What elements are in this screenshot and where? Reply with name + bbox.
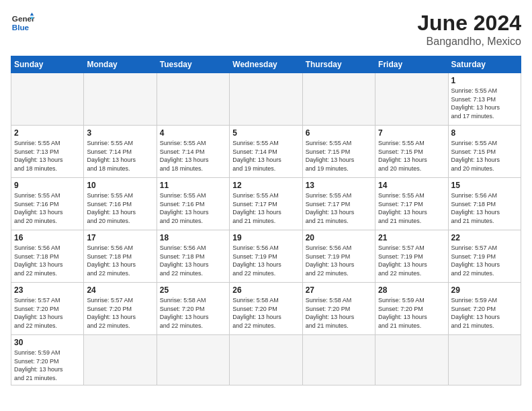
calendar-cell: 2Sunrise: 5:55 AM Sunset: 7:13 PM Daylig… [11,126,84,178]
calendar-cell: 11Sunrise: 5:55 AM Sunset: 7:16 PM Dayli… [157,178,229,230]
calendar-cell [157,73,229,126]
calendar-cell: 29Sunrise: 5:59 AM Sunset: 7:20 PM Dayli… [448,283,521,335]
col-thursday: Thursday [302,56,375,73]
day-info: Sunrise: 5:55 AM Sunset: 7:15 PM Dayligh… [451,139,518,173]
calendar-subtitle: Bangandho, Mexico [417,36,521,48]
calendar-cell: 27Sunrise: 5:58 AM Sunset: 7:20 PM Dayli… [302,283,375,335]
day-number: 9 [14,181,81,190]
day-number: 5 [232,128,299,138]
calendar-cell [302,73,375,126]
day-number: 2 [14,128,81,138]
day-info: Sunrise: 5:58 AM Sunset: 7:20 PM Dayligh… [232,296,299,330]
day-number: 26 [232,285,299,295]
calendar-cell: 22Sunrise: 5:57 AM Sunset: 7:19 PM Dayli… [448,230,521,283]
calendar-cell: 17Sunrise: 5:56 AM Sunset: 7:18 PM Dayli… [84,230,157,283]
calendar-cell: 12Sunrise: 5:55 AM Sunset: 7:17 PM Dayli… [230,178,302,230]
calendar-week-row: 30Sunrise: 5:59 AM Sunset: 7:20 PM Dayli… [11,335,521,385]
title-area: June 2024 Bangandho, Mexico [417,11,521,48]
calendar-cell: 23Sunrise: 5:57 AM Sunset: 7:20 PM Dayli… [11,283,84,335]
calendar-cell [11,73,84,126]
day-info: Sunrise: 5:55 AM Sunset: 7:17 PM Dayligh… [306,191,372,225]
day-number: 8 [451,128,518,138]
calendar-cell: 28Sunrise: 5:59 AM Sunset: 7:20 PM Dayli… [375,283,448,335]
day-number: 28 [378,285,445,295]
day-info: Sunrise: 5:56 AM Sunset: 7:18 PM Dayligh… [160,244,226,277]
calendar-week-row: 23Sunrise: 5:57 AM Sunset: 7:20 PM Dayli… [11,283,521,335]
day-number: 19 [232,233,299,242]
day-number: 20 [306,233,372,242]
day-number: 6 [306,128,372,138]
day-number: 25 [160,285,226,295]
calendar-cell: 20Sunrise: 5:56 AM Sunset: 7:19 PM Dayli… [302,230,375,283]
day-number: 18 [160,233,226,242]
calendar-header: General Blue June 2024 Bangandho, Mexico [11,11,521,48]
calendar-cell: 9Sunrise: 5:55 AM Sunset: 7:16 PM Daylig… [11,178,84,230]
calendar-cell: 16Sunrise: 5:56 AM Sunset: 7:18 PM Dayli… [11,230,84,283]
calendar-header-row: Sunday Monday Tuesday Wednesday Thursday… [11,56,521,73]
day-info: Sunrise: 5:56 AM Sunset: 7:18 PM Dayligh… [87,244,153,277]
calendar-cell: 7Sunrise: 5:55 AM Sunset: 7:15 PM Daylig… [375,126,448,178]
calendar-cell: 24Sunrise: 5:57 AM Sunset: 7:20 PM Dayli… [84,283,157,335]
logo-icon: General Blue [11,11,35,35]
day-info: Sunrise: 5:59 AM Sunset: 7:20 PM Dayligh… [14,349,81,382]
day-info: Sunrise: 5:56 AM Sunset: 7:19 PM Dayligh… [232,244,299,277]
day-info: Sunrise: 5:57 AM Sunset: 7:19 PM Dayligh… [451,244,518,277]
col-monday: Monday [84,56,157,73]
svg-text:Blue: Blue [12,23,30,32]
calendar-cell: 30Sunrise: 5:59 AM Sunset: 7:20 PM Dayli… [11,335,84,385]
day-info: Sunrise: 5:55 AM Sunset: 7:13 PM Dayligh… [14,139,81,173]
calendar-week-row: 2Sunrise: 5:55 AM Sunset: 7:13 PM Daylig… [11,126,521,178]
day-info: Sunrise: 5:55 AM Sunset: 7:16 PM Dayligh… [160,191,226,225]
day-number: 1 [451,76,518,85]
day-number: 10 [87,181,153,190]
col-wednesday: Wednesday [230,56,302,73]
calendar-cell: 5Sunrise: 5:55 AM Sunset: 7:14 PM Daylig… [230,126,302,178]
col-saturday: Saturday [448,56,521,73]
calendar-cell: 4Sunrise: 5:55 AM Sunset: 7:14 PM Daylig… [157,126,229,178]
calendar-cell [448,335,521,385]
day-number: 17 [87,233,153,242]
calendar-cell [230,73,302,126]
col-tuesday: Tuesday [157,56,229,73]
calendar-cell: 19Sunrise: 5:56 AM Sunset: 7:19 PM Dayli… [230,230,302,283]
day-number: 22 [451,233,518,242]
calendar-cell: 6Sunrise: 5:55 AM Sunset: 7:15 PM Daylig… [302,126,375,178]
day-number: 24 [87,285,153,295]
day-info: Sunrise: 5:56 AM Sunset: 7:19 PM Dayligh… [306,244,372,277]
calendar-cell: 26Sunrise: 5:58 AM Sunset: 7:20 PM Dayli… [230,283,302,335]
calendar-week-row: 1Sunrise: 5:55 AM Sunset: 7:13 PM Daylig… [11,73,521,126]
day-info: Sunrise: 5:57 AM Sunset: 7:20 PM Dayligh… [14,296,81,330]
calendar-cell [375,335,448,385]
day-info: Sunrise: 5:56 AM Sunset: 7:18 PM Dayligh… [451,191,518,225]
calendar-cell: 25Sunrise: 5:58 AM Sunset: 7:20 PM Dayli… [157,283,229,335]
calendar-cell [302,335,375,385]
calendar-cell: 14Sunrise: 5:55 AM Sunset: 7:17 PM Dayli… [375,178,448,230]
col-sunday: Sunday [11,56,84,73]
calendar-cell: 15Sunrise: 5:56 AM Sunset: 7:18 PM Dayli… [448,178,521,230]
day-info: Sunrise: 5:55 AM Sunset: 7:15 PM Dayligh… [378,139,445,173]
calendar-cell: 8Sunrise: 5:55 AM Sunset: 7:15 PM Daylig… [448,126,521,178]
day-info: Sunrise: 5:55 AM Sunset: 7:14 PM Dayligh… [160,139,226,173]
day-info: Sunrise: 5:55 AM Sunset: 7:14 PM Dayligh… [87,139,153,173]
day-number: 21 [378,233,445,242]
day-number: 15 [451,181,518,190]
day-number: 11 [160,181,226,190]
calendar-cell: 18Sunrise: 5:56 AM Sunset: 7:18 PM Dayli… [157,230,229,283]
calendar-cell [157,335,229,385]
calendar-cell: 3Sunrise: 5:55 AM Sunset: 7:14 PM Daylig… [84,126,157,178]
day-number: 4 [160,128,226,138]
calendar-table: Sunday Monday Tuesday Wednesday Thursday… [11,56,521,385]
day-number: 29 [451,285,518,295]
day-info: Sunrise: 5:59 AM Sunset: 7:20 PM Dayligh… [378,296,445,330]
day-number: 27 [306,285,372,295]
calendar-cell [375,73,448,126]
calendar-title: June 2024 [417,11,521,36]
col-friday: Friday [375,56,448,73]
calendar-cell: 10Sunrise: 5:55 AM Sunset: 7:16 PM Dayli… [84,178,157,230]
day-number: 14 [378,181,445,190]
day-number: 13 [306,181,372,190]
day-info: Sunrise: 5:58 AM Sunset: 7:20 PM Dayligh… [306,296,372,330]
day-number: 12 [232,181,299,190]
day-info: Sunrise: 5:55 AM Sunset: 7:16 PM Dayligh… [14,191,81,225]
day-info: Sunrise: 5:57 AM Sunset: 7:19 PM Dayligh… [378,244,445,277]
